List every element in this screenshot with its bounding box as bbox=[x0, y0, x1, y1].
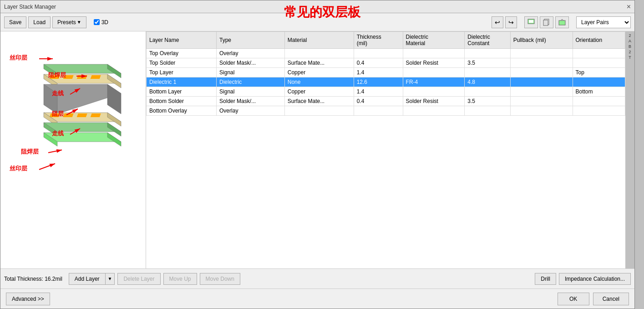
impedance-button[interactable]: Impedance Calculation... bbox=[559, 273, 631, 285]
export-button[interactable] bbox=[555, 16, 569, 28]
table-cell-type: Overlay bbox=[217, 106, 285, 116]
side-num-1: 2 bbox=[629, 33, 631, 38]
side-num-4: 2 bbox=[629, 50, 631, 54]
toolbar: Save Load Presets ▼ 3D ↩ ↪ Laye bbox=[0, 13, 634, 31]
table-cell-layer_name: Bottom Solder bbox=[147, 97, 217, 106]
table-cell-orientation bbox=[573, 106, 625, 116]
table-cell-pullback_mil bbox=[510, 77, 573, 87]
table-cell-layer_name: Bottom Overlay bbox=[147, 106, 217, 116]
table-cell-thickness_mil: 0.4 bbox=[354, 97, 403, 106]
table-scroll[interactable]: Layer Name Type Material Thickness(mil) … bbox=[146, 31, 625, 268]
table-cell-layer_name: Top Overlay bbox=[147, 49, 217, 58]
add-layer-button[interactable]: Add Layer bbox=[69, 273, 106, 285]
dialog-title: Layer Stack Manager bbox=[4, 4, 56, 10]
three-d-checkbox-label[interactable]: 3D bbox=[94, 19, 108, 26]
import-button[interactable] bbox=[524, 16, 538, 28]
table-cell-type: Solder Mask/... bbox=[217, 58, 285, 68]
close-button[interactable]: × bbox=[627, 3, 631, 10]
table-cell-dielectric_constant bbox=[465, 87, 510, 97]
col-type: Type bbox=[217, 32, 285, 49]
table-cell-dielectric_material bbox=[403, 106, 465, 116]
left-panel: 丝印层 阻焊层 走线 阻层 走线 阻焊层 丝印层 bbox=[0, 31, 146, 268]
undo-button[interactable]: ↩ bbox=[492, 16, 503, 28]
table-cell-dielectric_constant bbox=[465, 106, 510, 116]
svg-text:阻焊层: 阻焊层 bbox=[21, 148, 39, 155]
layer-table: Layer Name Type Material Thickness(mil) … bbox=[146, 31, 625, 116]
save-button[interactable]: Save bbox=[4, 16, 26, 28]
presets-button[interactable]: Presets ▼ bbox=[52, 16, 86, 28]
svg-text:阻层: 阻层 bbox=[52, 110, 64, 117]
table-cell-type: Signal bbox=[217, 87, 285, 97]
table-row[interactable]: Bottom LayerSignalCopper1.4Bottom bbox=[147, 87, 625, 97]
col-thickness: Thickness(mil) bbox=[354, 32, 403, 49]
table-cell-material bbox=[284, 49, 354, 58]
table-cell-layer_name: Top Solder bbox=[147, 58, 217, 68]
ok-button[interactable]: OK bbox=[558, 293, 589, 305]
main-content: 丝印层 阻焊层 走线 阻层 走线 阻焊层 丝印层 bbox=[0, 31, 634, 268]
table-row[interactable]: Dielectric 1DielectricNone12.6FR-44.8 bbox=[147, 77, 625, 87]
cancel-button[interactable]: Cancel bbox=[593, 293, 629, 305]
col-material: Material bbox=[284, 32, 354, 49]
col-dielectric-material: DielectricMaterial bbox=[403, 32, 465, 49]
table-row[interactable]: Top LayerSignalCopper1.4Top bbox=[147, 68, 625, 77]
move-down-button[interactable]: Move Down bbox=[200, 273, 240, 285]
table-cell-dielectric_material bbox=[403, 87, 465, 97]
titlebar: Layer Stack Manager × bbox=[0, 0, 634, 13]
table-cell-type: Solder Mask/... bbox=[217, 97, 285, 106]
advanced-button[interactable]: Advanced >> bbox=[6, 293, 50, 305]
table-cell-pullback_mil bbox=[510, 68, 573, 77]
side-num-2: A bbox=[629, 39, 631, 43]
svg-text:走线: 走线 bbox=[51, 130, 64, 137]
table-cell-orientation: Top bbox=[573, 68, 625, 77]
bottom-toolbar: Total Thickness: 16.2mil Add Layer ▼ Del… bbox=[0, 268, 634, 288]
table-cell-pullback_mil bbox=[510, 58, 573, 68]
bottom-right: Drill Impedance Calculation... bbox=[535, 273, 631, 285]
table-cell-thickness_mil: 0.4 bbox=[354, 58, 403, 68]
table-body: Top OverlayOverlayTop SolderSolder Mask/… bbox=[147, 49, 625, 116]
table-cell-dielectric_constant bbox=[465, 68, 510, 77]
table-row[interactable]: Bottom OverlayOverlay bbox=[147, 106, 625, 116]
table-cell-pullback_mil bbox=[510, 49, 573, 58]
svg-rect-12 bbox=[91, 113, 101, 117]
col-layer-name: Layer Name bbox=[147, 32, 217, 49]
delete-layer-button[interactable]: Delete Layer bbox=[117, 273, 160, 285]
dialog-window: Layer Stack Manager × Save Load Presets … bbox=[0, 0, 635, 309]
svg-rect-3 bbox=[543, 20, 548, 26]
table-cell-material: Copper bbox=[284, 87, 354, 97]
table-cell-material: Copper bbox=[284, 68, 354, 77]
drill-button[interactable]: Drill bbox=[535, 273, 556, 285]
redo-button[interactable]: ↪ bbox=[505, 16, 517, 28]
add-layer-arrow-button[interactable]: ▼ bbox=[106, 273, 115, 285]
right-side-panel: 2 A B 2 T bbox=[625, 31, 634, 268]
table-cell-orientation bbox=[573, 77, 625, 87]
table-cell-dielectric_material: FR-4 bbox=[403, 77, 465, 87]
table-cell-dielectric_constant: 3.5 bbox=[465, 97, 510, 106]
footer-right: OK Cancel bbox=[558, 293, 629, 305]
svg-rect-8 bbox=[91, 75, 101, 79]
layer-pairs-select[interactable]: Layer Pairs bbox=[576, 16, 631, 28]
svg-text:丝印层: 丝印层 bbox=[10, 165, 28, 172]
table-cell-pullback_mil bbox=[510, 87, 573, 97]
three-d-checkbox[interactable] bbox=[94, 19, 100, 25]
copy-button[interactable] bbox=[540, 16, 553, 28]
table-cell-dielectric_constant: 3.5 bbox=[465, 58, 510, 68]
footer: Advanced >> OK Cancel bbox=[0, 288, 634, 309]
table-row[interactable]: Top OverlayOverlay bbox=[147, 49, 625, 58]
svg-line-26 bbox=[39, 164, 55, 170]
layer-diagram-svg: 丝印层 阻焊层 走线 阻层 走线 阻焊层 丝印层 bbox=[3, 36, 139, 209]
table-row[interactable]: Bottom SolderSolder Mask/...Surface Mate… bbox=[147, 97, 625, 106]
svg-rect-1 bbox=[529, 20, 533, 23]
load-button[interactable]: Load bbox=[28, 16, 51, 28]
table-cell-pullback_mil bbox=[510, 106, 573, 116]
svg-text:丝印层: 丝印层 bbox=[10, 54, 28, 61]
table-cell-dielectric_material bbox=[403, 68, 465, 77]
table-cell-thickness_mil: 1.4 bbox=[354, 87, 403, 97]
table-cell-dielectric_constant: 4.8 bbox=[465, 77, 510, 87]
move-up-button[interactable]: Move Up bbox=[163, 273, 197, 285]
table-row[interactable]: Top SolderSolder Mask/...Surface Mate...… bbox=[147, 58, 625, 68]
col-orientation: Orientation bbox=[573, 32, 625, 49]
svg-text:走线: 走线 bbox=[51, 90, 64, 97]
table-cell-type: Signal bbox=[217, 68, 285, 77]
table-cell-thickness_mil bbox=[354, 49, 403, 58]
table-cell-dielectric_material: Solder Resist bbox=[403, 58, 465, 68]
